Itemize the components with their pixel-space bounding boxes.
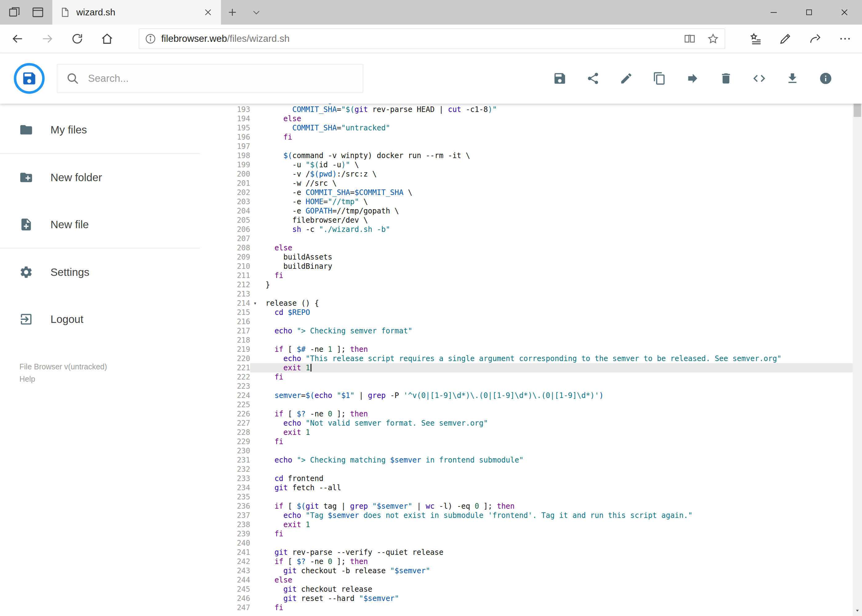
site-info-icon[interactable]	[145, 33, 156, 45]
download-button[interactable]	[785, 71, 799, 85]
code-line[interactable]: 202 -e COMMIT_SHA=$COMMIT_SHA \	[200, 188, 853, 197]
code-line[interactable]: 220 echo "This release script requires a…	[200, 354, 853, 363]
web-notes-icon[interactable]	[770, 25, 800, 53]
code-line[interactable]: 224 semver=$(echo "$1" | grep -P '^v(0|[…	[200, 391, 853, 400]
code-line[interactable]: 238 exit 1	[200, 520, 853, 529]
code-line[interactable]: 237 echo "Tag $semver does not exist in …	[200, 511, 853, 520]
filebrowser-logo[interactable]	[14, 63, 45, 94]
minimize-button[interactable]	[756, 0, 791, 25]
code-line[interactable]: 232	[200, 465, 853, 474]
code-line[interactable]: 231 echo "> Checking matching $semver in…	[200, 456, 853, 465]
code-line[interactable]: 205 filebrowser/dev \	[200, 215, 853, 225]
code-line[interactable]: 196 fi	[200, 132, 853, 142]
sidebar-item-my-files[interactable]: My files	[0, 106, 200, 154]
code-line[interactable]: 209 buildAssets	[200, 253, 853, 262]
code-line[interactable]: 211 fi	[200, 271, 853, 280]
code-line[interactable]: 193 COMMIT_SHA="$(git rev-parse HEAD | c…	[200, 105, 853, 114]
code-line[interactable]: 235	[200, 492, 853, 501]
refresh-button[interactable]	[62, 25, 92, 53]
delete-button[interactable]	[719, 71, 733, 85]
help-link[interactable]: Help	[19, 373, 200, 385]
code-line[interactable]: 228 exit 1	[200, 428, 853, 437]
sidebar-item-new-folder[interactable]: New folder	[0, 154, 200, 201]
code-line[interactable]: 246 git reset --hard "$semver"	[200, 594, 853, 603]
sidebar-item-settings[interactable]: Settings	[0, 248, 200, 295]
code-line[interactable]: 194 else	[200, 114, 853, 123]
code-line[interactable]: 210 buildBinary	[200, 262, 853, 271]
code-line[interactable]: 208 else	[200, 243, 853, 253]
code-line[interactable]: 197	[200, 142, 853, 151]
share-icon[interactable]	[800, 25, 830, 53]
set-tabs-aside-icon[interactable]	[8, 6, 21, 19]
code-line[interactable]: 203 -e HOME="//tmp" \	[200, 197, 853, 206]
rename-button[interactable]	[619, 71, 633, 85]
home-button[interactable]	[92, 25, 122, 53]
share-button[interactable]	[586, 71, 600, 85]
code-line[interactable]: 243 git checkout -b release "$semver"	[200, 566, 853, 575]
info-button[interactable]	[819, 71, 833, 85]
favorite-star-icon[interactable]	[707, 33, 719, 45]
code-line[interactable]: 204 -e GOPATH=//tmp/gopath \	[200, 206, 853, 215]
code-line[interactable]: 242 if [ $? -ne 0 ]; then	[200, 557, 853, 566]
code-line[interactable]: 233 cd frontend	[200, 474, 853, 483]
code-line[interactable]: 200 -v /$(pwd):/src:z \	[200, 170, 853, 179]
reading-view-icon[interactable]	[684, 33, 696, 45]
code-line[interactable]: 241 git rev-parse --verify --quiet relea…	[200, 548, 853, 557]
back-button[interactable]	[2, 25, 32, 53]
code-line[interactable]: 212}	[200, 280, 853, 289]
code-line[interactable]: 195 COMMIT_SHA="untracked"	[200, 123, 853, 132]
code-editor[interactable]: 192 if [ -d ".git" ]; then193 COMMIT_SHA…	[200, 104, 853, 616]
search-input[interactable]	[87, 72, 354, 85]
code-line[interactable]: 219 if [ $# -ne 1 ]; then	[200, 345, 853, 354]
code-line[interactable]: 226 if [ $? -ne 0 ]; then	[200, 409, 853, 418]
copy-button[interactable]	[652, 71, 667, 85]
code-line[interactable]: 225	[200, 400, 853, 409]
code-line[interactable]: 199 -u "$(id -u)" \	[200, 160, 853, 170]
code-line[interactable]: 206 sh -c "./wizard.sh -b"	[200, 225, 853, 234]
code-line[interactable]: 221 exit 1	[200, 363, 853, 372]
raw-code-button[interactable]	[752, 71, 766, 85]
code-text	[260, 465, 853, 474]
code-line[interactable]: 201 -w //src \	[200, 179, 853, 188]
search-box[interactable]	[57, 64, 363, 93]
fold-marker-icon[interactable]: ▾	[250, 299, 260, 308]
more-icon[interactable]	[830, 25, 860, 53]
code-line[interactable]: 236 if [ $(git tag | grep "$semver" | wc…	[200, 501, 853, 511]
code-line[interactable]: 198 $(command -v winpty) docker run --rm…	[200, 151, 853, 160]
new-tab-button[interactable]	[221, 0, 244, 25]
code-line[interactable]: 217 echo "> Checking semver format"	[200, 326, 853, 336]
code-line[interactable]: 214▾release () {	[200, 299, 853, 308]
code-line[interactable]: 229 fi	[200, 437, 853, 446]
code-line[interactable]: 213	[200, 289, 853, 299]
code-line[interactable]: 223	[200, 382, 853, 391]
move-button[interactable]	[686, 71, 700, 85]
code-line[interactable]: 239 fi	[200, 529, 853, 539]
save-button[interactable]	[553, 71, 567, 85]
code-line[interactable]: 230	[200, 446, 853, 456]
sidebar-item-new-file[interactable]: New file	[0, 201, 200, 248]
page-scrollbar[interactable]	[853, 53, 862, 616]
code-line[interactable]: 247 fi	[200, 603, 853, 612]
fold-gutter	[250, 280, 260, 289]
hub-icon[interactable]	[741, 25, 770, 53]
maximize-button[interactable]	[791, 0, 827, 25]
code-line[interactable]: 215 cd $REPO	[200, 308, 853, 317]
code-line[interactable]: 244 else	[200, 575, 853, 585]
code-line[interactable]: 227 echo "Not valid semver format. See s…	[200, 418, 853, 428]
address-bar[interactable]: filebrowser.web/files/wizard.sh	[139, 28, 725, 49]
code-line[interactable]: 222 fi	[200, 372, 853, 382]
code-line[interactable]: 207	[200, 234, 853, 243]
code-line[interactable]: 245 git checkout release	[200, 585, 853, 594]
forward-button[interactable]	[32, 25, 62, 53]
code-line[interactable]: 240	[200, 539, 853, 548]
scroll-down-icon[interactable]	[853, 605, 862, 616]
close-window-button[interactable]	[827, 0, 862, 25]
sidebar-item-logout[interactable]: Logout	[0, 295, 200, 343]
code-line[interactable]: 216	[200, 317, 853, 326]
browser-tab[interactable]: wizard.sh	[52, 0, 221, 25]
tab-preview-chevron-icon[interactable]	[244, 0, 269, 25]
tab-close-icon[interactable]	[202, 7, 214, 18]
code-line[interactable]: 234 git fetch --all	[200, 483, 853, 492]
code-line[interactable]: 218	[200, 336, 853, 345]
tab-preview-icon[interactable]	[32, 6, 44, 19]
